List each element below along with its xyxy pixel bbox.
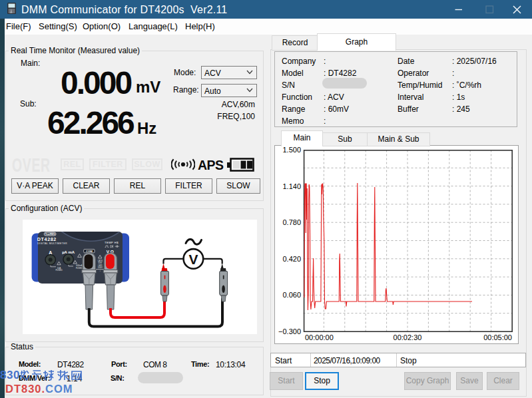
svg-text:−0.300: −0.300 [278, 327, 301, 335]
svg-text:TrueRMS: TrueRMS [45, 233, 55, 236]
svg-text:DIGITAL MULTIMETER: DIGITAL MULTIMETER [37, 242, 67, 245]
svg-text:1.500: 1.500 [282, 146, 301, 154]
svg-text:FUSED: FUSED [76, 267, 83, 270]
svg-text:µA mA: µA mA [62, 250, 75, 254]
svg-text:COM: COM [86, 250, 93, 253]
svg-text:TEMP H$: TEMP H$ [105, 241, 119, 244]
svg-text:00:00:00: 00:00:00 [305, 333, 334, 341]
svg-text:0.780: 0.780 [282, 218, 301, 226]
svg-text:0.420: 0.420 [282, 255, 301, 263]
svg-text:↓: ↓ [99, 269, 101, 272]
svg-text:00:05:00: 00:05:00 [483, 333, 512, 341]
svg-text:1.140: 1.140 [282, 182, 301, 190]
svg-text:00:02:30: 00:02:30 [394, 333, 422, 341]
svg-text:V: V [188, 252, 198, 267]
svg-text:0.060: 0.060 [282, 291, 301, 299]
svg-text:A: A [49, 250, 52, 255]
svg-text:DT4282: DT4282 [37, 236, 57, 242]
svg-text:FUSED: FUSED [55, 269, 63, 272]
